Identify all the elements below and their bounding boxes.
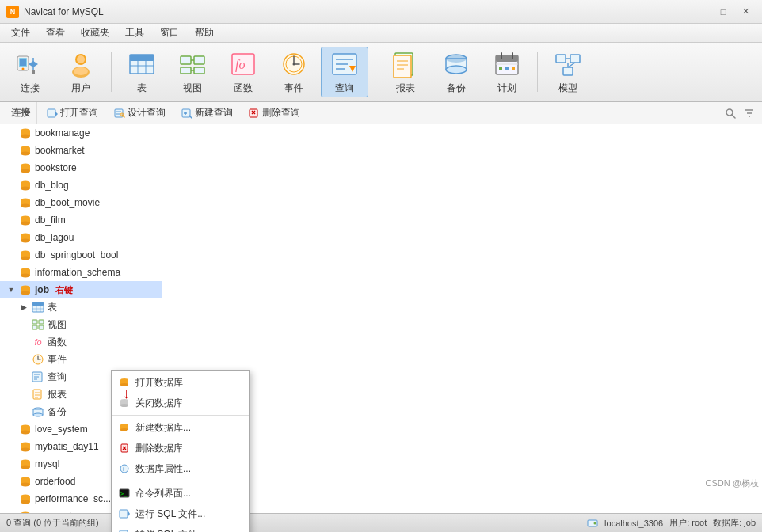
- svg-rect-103: [32, 302, 44, 306]
- table-icon: [128, 50, 156, 78]
- ctx-run-sql-icon: [118, 507, 131, 520]
- function-icon: fo: [229, 50, 257, 78]
- menu-view[interactable]: 查看: [38, 25, 73, 42]
- backup-icon: [442, 50, 471, 78]
- minimize-button[interactable]: —: [691, 4, 711, 20]
- close-button[interactable]: ✕: [735, 4, 756, 20]
- menubar: 文件 查看 收藏夹 工具 窗口 帮助: [0, 24, 762, 43]
- svg-rect-109: [32, 325, 37, 329]
- toolbar-sep-1: [111, 52, 112, 92]
- ctx-run-sql[interactable]: 运行 SQL 文件...: [112, 504, 249, 524]
- context-menu: 打开数据库 关闭数据库: [111, 370, 250, 532]
- statusbar-user: 用户: root: [669, 517, 707, 529]
- open-query-icon: [47, 108, 58, 119]
- db-icon-love-system: [19, 423, 32, 435]
- toolbar-schedule[interactable]: 计划: [483, 47, 531, 97]
- sidebar-item-job-tables[interactable]: ▶ 表: [0, 298, 162, 316]
- sidebar-item-db-blog[interactable]: db_blog: [0, 177, 162, 194]
- sidebar-item-information-schema[interactable]: information_schema: [0, 264, 162, 281]
- menu-favorites[interactable]: 收藏夹: [73, 25, 117, 42]
- sidebar-item-db-boot-movie[interactable]: db_boot_movie: [0, 194, 162, 211]
- ctx-db-props[interactable]: i 数据库属性...: [112, 458, 249, 479]
- menu-help[interactable]: 帮助: [187, 25, 222, 42]
- model-icon: [554, 50, 582, 78]
- design-query-button[interactable]: 设计查询: [108, 104, 172, 122]
- ctx-sep-2: [112, 481, 249, 481]
- backup-icon-job: [32, 405, 44, 418]
- open-query-button[interactable]: 打开查询: [40, 104, 105, 122]
- toolbar-user[interactable]: 用户: [57, 47, 105, 97]
- svg-line-54: [568, 63, 575, 67]
- toolbar-backup-label: 备份: [447, 82, 466, 95]
- svg-rect-10: [130, 55, 154, 61]
- svg-text:fo: fo: [235, 58, 245, 72]
- ctx-new-db[interactable]: 新建数据库...: [112, 417, 249, 438]
- menu-tools[interactable]: 工具: [117, 25, 152, 42]
- svg-point-130: [21, 448, 30, 452]
- sidebar-item-job[interactable]: ▼ job 右键: [0, 281, 162, 298]
- toolbar-view[interactable]: 视图: [169, 47, 216, 97]
- svg-point-92: [21, 239, 30, 243]
- delete-query-icon: [249, 108, 260, 119]
- sidebar-item-job-functions[interactable]: fo 函数: [0, 333, 162, 351]
- open-query-label: 打开查询: [60, 106, 98, 120]
- menu-window[interactable]: 窗口: [152, 25, 187, 42]
- sidebar-item-bookstore[interactable]: bookstore: [0, 159, 162, 177]
- db-icon-db-film: [19, 214, 32, 226]
- sidebar-item-db-film[interactable]: db_film: [0, 211, 162, 229]
- menu-file[interactable]: 文件: [3, 25, 38, 42]
- delete-query-button[interactable]: 删除查询: [242, 104, 307, 122]
- svg-rect-47: [505, 66, 509, 70]
- toolbar-model[interactable]: 模型: [544, 47, 592, 97]
- titlebar-left: N Navicat for MySQL: [6, 6, 104, 18]
- ctx-dump-sql-icon: [118, 528, 131, 532]
- toolbar-function[interactable]: fo 函数: [219, 47, 267, 97]
- svg-point-101: [21, 291, 30, 295]
- svg-rect-15: [194, 56, 204, 64]
- design-query-icon: [114, 108, 125, 119]
- statusbar-db: 数据库: job: [713, 517, 756, 529]
- ctx-open-db-label: 打开数据库: [135, 376, 183, 390]
- toolbar-view-label: 视图: [183, 82, 202, 95]
- svg-point-151: [120, 404, 128, 407]
- ctx-open-db[interactable]: 打开数据库: [112, 372, 249, 393]
- svg-point-127: [21, 431, 30, 435]
- toolbar-connect[interactable]: 连接: [6, 47, 54, 97]
- new-query-button[interactable]: 新建查询: [175, 104, 239, 122]
- toolbar-event-label: 事件: [284, 82, 303, 95]
- toolbar-query[interactable]: 查询: [321, 47, 368, 97]
- svg-rect-2: [20, 59, 26, 66]
- filter-icon-btn[interactable]: [741, 105, 757, 121]
- toolbar-backup[interactable]: 备份: [432, 47, 480, 97]
- ctx-cmd[interactable]: >_ 命令列界面...: [112, 483, 249, 504]
- sidebar-item-bookmarket[interactable]: bookmarket: [0, 142, 162, 159]
- svg-point-140: [21, 512, 30, 514]
- query-icon: [330, 50, 359, 78]
- toolbar-table[interactable]: 表: [118, 47, 166, 97]
- ctx-dump-sql[interactable]: 转储 SQL 文件...: [112, 524, 249, 532]
- content-area: [162, 124, 762, 513]
- toolbar-event[interactable]: 事件: [270, 47, 318, 97]
- view-icon-job: [32, 318, 44, 331]
- window-title: Navicat for MySQL: [24, 6, 104, 17]
- window-controls[interactable]: — □ ✕: [691, 4, 756, 20]
- toolbar-schedule-label: 计划: [497, 82, 516, 95]
- search-icon-btn[interactable]: [722, 105, 738, 121]
- ctx-db-props-label: 数据库属性...: [135, 462, 191, 476]
- toolbar-report[interactable]: 报表: [382, 47, 429, 97]
- ctx-delete-db[interactable]: 删除数据库: [112, 438, 249, 458]
- ctx-cmd-label: 命令列界面...: [135, 487, 191, 500]
- actionbar-right: [722, 105, 757, 121]
- sidebar-item-job-events[interactable]: 事件: [0, 351, 162, 368]
- delete-query-label: 删除查询: [262, 106, 300, 120]
- ctx-open-db-icon: [118, 376, 131, 389]
- toolbar-connect-label: 连接: [21, 82, 40, 95]
- sidebar-item-db-lagou[interactable]: db_lagou: [0, 229, 162, 246]
- sidebar-item-db-springboot[interactable]: db_springboot_bool: [0, 246, 162, 264]
- svg-rect-108: [39, 320, 44, 324]
- ctx-close-db[interactable]: 关闭数据库: [112, 393, 249, 413]
- new-query-icon: [181, 108, 192, 119]
- maximize-button[interactable]: □: [713, 4, 733, 20]
- sidebar-item-job-views[interactable]: 视图: [0, 316, 162, 333]
- sidebar-item-bookmanage[interactable]: bookmanage: [0, 124, 162, 142]
